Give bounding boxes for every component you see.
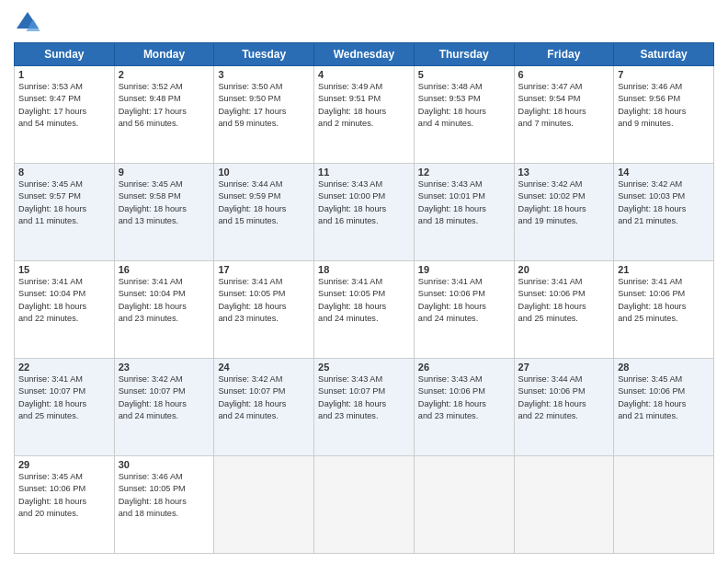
day-cell-3: 3Sunrise: 3:50 AMSunset: 9:50 PMDaylight… bbox=[214, 66, 314, 164]
day-number: 17 bbox=[218, 264, 310, 275]
day-cell-empty bbox=[314, 456, 415, 554]
day-info: Sunrise: 3:45 AMSunset: 10:06 PMDaylight… bbox=[18, 471, 110, 520]
col-header-friday: Friday bbox=[514, 43, 614, 66]
day-number: 18 bbox=[318, 264, 410, 275]
day-cell-23: 23Sunrise: 3:42 AMSunset: 10:07 PMDaylig… bbox=[114, 359, 214, 456]
calendar-table: SundayMondayTuesdayWednesdayThursdayFrid… bbox=[14, 42, 714, 554]
day-number: 16 bbox=[119, 264, 210, 275]
day-info: Sunrise: 3:44 AMSunset: 10:06 PMDaylight… bbox=[518, 373, 610, 422]
day-info: Sunrise: 3:50 AMSunset: 9:50 PMDaylight:… bbox=[218, 81, 310, 130]
day-cell-7: 7Sunrise: 3:46 AMSunset: 9:56 PMDaylight… bbox=[614, 66, 714, 164]
day-number: 10 bbox=[218, 167, 310, 178]
day-cell-13: 13Sunrise: 3:42 AMSunset: 10:02 PMDaylig… bbox=[514, 164, 614, 261]
day-number: 21 bbox=[618, 264, 710, 275]
day-cell-4: 4Sunrise: 3:49 AMSunset: 9:51 PMDaylight… bbox=[314, 66, 415, 164]
day-cell-25: 25Sunrise: 3:43 AMSunset: 10:07 PMDaylig… bbox=[314, 359, 415, 456]
col-header-wednesday: Wednesday bbox=[314, 43, 415, 66]
day-cell-27: 27Sunrise: 3:44 AMSunset: 10:06 PMDaylig… bbox=[514, 359, 614, 456]
day-cell-8: 8Sunrise: 3:45 AMSunset: 9:57 PMDaylight… bbox=[15, 164, 115, 261]
day-info: Sunrise: 3:46 AMSunset: 10:05 PMDaylight… bbox=[119, 471, 210, 520]
day-number: 19 bbox=[418, 264, 510, 275]
day-cell-28: 28Sunrise: 3:45 AMSunset: 10:06 PMDaylig… bbox=[614, 359, 714, 456]
day-number: 3 bbox=[218, 69, 310, 80]
day-info: Sunrise: 3:43 AMSunset: 10:00 PMDaylight… bbox=[318, 178, 410, 227]
calendar-week-4: 22Sunrise: 3:41 AMSunset: 10:07 PMDaylig… bbox=[15, 359, 714, 456]
day-number: 23 bbox=[119, 362, 210, 373]
day-number: 11 bbox=[318, 167, 410, 178]
column-header-row: SundayMondayTuesdayWednesdayThursdayFrid… bbox=[15, 43, 714, 66]
day-number: 22 bbox=[18, 362, 110, 373]
day-number: 15 bbox=[18, 264, 110, 275]
day-info: Sunrise: 3:41 AMSunset: 10:05 PMDaylight… bbox=[318, 276, 410, 325]
col-header-saturday: Saturday bbox=[614, 43, 714, 66]
day-cell-29: 29Sunrise: 3:45 AMSunset: 10:06 PMDaylig… bbox=[15, 456, 115, 554]
day-number: 14 bbox=[618, 167, 710, 178]
day-cell-11: 11Sunrise: 3:43 AMSunset: 10:00 PMDaylig… bbox=[314, 164, 415, 261]
header bbox=[14, 9, 714, 37]
day-number: 13 bbox=[518, 167, 610, 178]
day-cell-20: 20Sunrise: 3:41 AMSunset: 10:06 PMDaylig… bbox=[514, 261, 614, 359]
day-info: Sunrise: 3:45 AMSunset: 9:58 PMDaylight:… bbox=[119, 178, 210, 227]
calendar-week-5: 29Sunrise: 3:45 AMSunset: 10:06 PMDaylig… bbox=[15, 456, 714, 554]
day-number: 29 bbox=[18, 459, 110, 470]
day-number: 12 bbox=[418, 167, 510, 178]
day-cell-12: 12Sunrise: 3:43 AMSunset: 10:01 PMDaylig… bbox=[414, 164, 514, 261]
page: SundayMondayTuesdayWednesdayThursdayFrid… bbox=[0, 0, 728, 563]
day-info: Sunrise: 3:42 AMSunset: 10:07 PMDaylight… bbox=[218, 373, 310, 422]
day-cell-21: 21Sunrise: 3:41 AMSunset: 10:06 PMDaylig… bbox=[614, 261, 714, 359]
day-info: Sunrise: 3:53 AMSunset: 9:47 PMDaylight:… bbox=[18, 81, 110, 130]
day-info: Sunrise: 3:43 AMSunset: 10:07 PMDaylight… bbox=[318, 373, 410, 422]
day-cell-9: 9Sunrise: 3:45 AMSunset: 9:58 PMDaylight… bbox=[114, 164, 214, 261]
calendar-week-2: 8Sunrise: 3:45 AMSunset: 9:57 PMDaylight… bbox=[15, 164, 714, 261]
day-cell-17: 17Sunrise: 3:41 AMSunset: 10:05 PMDaylig… bbox=[214, 261, 314, 359]
day-info: Sunrise: 3:41 AMSunset: 10:04 PMDaylight… bbox=[119, 276, 210, 325]
day-number: 26 bbox=[418, 362, 510, 373]
day-info: Sunrise: 3:42 AMSunset: 10:02 PMDaylight… bbox=[518, 178, 610, 227]
day-number: 24 bbox=[218, 362, 310, 373]
day-cell-empty bbox=[414, 456, 514, 554]
day-cell-22: 22Sunrise: 3:41 AMSunset: 10:07 PMDaylig… bbox=[15, 359, 115, 456]
day-info: Sunrise: 3:41 AMSunset: 10:06 PMDaylight… bbox=[418, 276, 510, 325]
col-header-tuesday: Tuesday bbox=[214, 43, 314, 66]
day-cell-empty bbox=[514, 456, 614, 554]
day-cell-empty bbox=[214, 456, 314, 554]
logo bbox=[14, 9, 45, 37]
day-number: 27 bbox=[518, 362, 610, 373]
day-info: Sunrise: 3:42 AMSunset: 10:07 PMDaylight… bbox=[119, 373, 210, 422]
day-info: Sunrise: 3:41 AMSunset: 10:05 PMDaylight… bbox=[218, 276, 310, 325]
col-header-sunday: Sunday bbox=[15, 43, 115, 66]
day-number: 1 bbox=[18, 69, 110, 80]
day-cell-6: 6Sunrise: 3:47 AMSunset: 9:54 PMDaylight… bbox=[514, 66, 614, 164]
col-header-monday: Monday bbox=[114, 43, 214, 66]
day-info: Sunrise: 3:45 AMSunset: 9:57 PMDaylight:… bbox=[18, 178, 110, 227]
day-number: 25 bbox=[318, 362, 410, 373]
day-number: 8 bbox=[18, 167, 110, 178]
day-cell-10: 10Sunrise: 3:44 AMSunset: 9:59 PMDayligh… bbox=[214, 164, 314, 261]
day-cell-15: 15Sunrise: 3:41 AMSunset: 10:04 PMDaylig… bbox=[15, 261, 115, 359]
day-info: Sunrise: 3:49 AMSunset: 9:51 PMDaylight:… bbox=[318, 81, 410, 130]
day-info: Sunrise: 3:41 AMSunset: 10:06 PMDaylight… bbox=[618, 276, 710, 325]
day-info: Sunrise: 3:46 AMSunset: 9:56 PMDaylight:… bbox=[618, 81, 710, 130]
day-cell-19: 19Sunrise: 3:41 AMSunset: 10:06 PMDaylig… bbox=[414, 261, 514, 359]
day-cell-14: 14Sunrise: 3:42 AMSunset: 10:03 PMDaylig… bbox=[614, 164, 714, 261]
day-cell-1: 1Sunrise: 3:53 AMSunset: 9:47 PMDaylight… bbox=[15, 66, 115, 164]
calendar-week-3: 15Sunrise: 3:41 AMSunset: 10:04 PMDaylig… bbox=[15, 261, 714, 359]
day-number: 30 bbox=[119, 459, 210, 470]
day-cell-18: 18Sunrise: 3:41 AMSunset: 10:05 PMDaylig… bbox=[314, 261, 415, 359]
day-info: Sunrise: 3:45 AMSunset: 10:06 PMDaylight… bbox=[618, 373, 710, 422]
day-info: Sunrise: 3:44 AMSunset: 9:59 PMDaylight:… bbox=[218, 178, 310, 227]
day-number: 7 bbox=[618, 69, 710, 80]
col-header-thursday: Thursday bbox=[414, 43, 514, 66]
day-info: Sunrise: 3:43 AMSunset: 10:01 PMDaylight… bbox=[418, 178, 510, 227]
day-info: Sunrise: 3:41 AMSunset: 10:04 PMDaylight… bbox=[18, 276, 110, 325]
calendar-week-1: 1Sunrise: 3:53 AMSunset: 9:47 PMDaylight… bbox=[15, 66, 714, 164]
day-number: 20 bbox=[518, 264, 610, 275]
day-cell-24: 24Sunrise: 3:42 AMSunset: 10:07 PMDaylig… bbox=[214, 359, 314, 456]
day-info: Sunrise: 3:52 AMSunset: 9:48 PMDaylight:… bbox=[119, 81, 210, 130]
day-info: Sunrise: 3:47 AMSunset: 9:54 PMDaylight:… bbox=[518, 81, 610, 130]
day-cell-26: 26Sunrise: 3:43 AMSunset: 10:06 PMDaylig… bbox=[414, 359, 514, 456]
day-number: 6 bbox=[518, 69, 610, 80]
day-number: 2 bbox=[119, 69, 210, 80]
day-info: Sunrise: 3:41 AMSunset: 10:06 PMDaylight… bbox=[518, 276, 610, 325]
day-cell-2: 2Sunrise: 3:52 AMSunset: 9:48 PMDaylight… bbox=[114, 66, 214, 164]
